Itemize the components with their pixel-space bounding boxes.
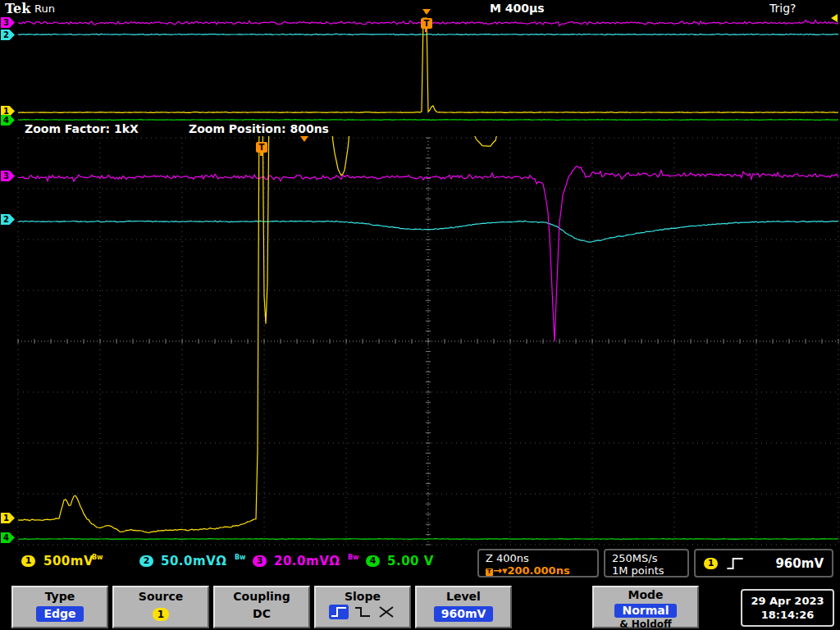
type-value: Edge (36, 606, 83, 622)
trigger-readout-box: 1 960mV (694, 549, 833, 578)
trigger-source-badge: 1 (704, 558, 718, 569)
trigger-level-readout: 960mV (775, 556, 824, 571)
zoom-delay-readout: T→▾200.000ns (479, 564, 597, 577)
ch2-bandwidth-icon: Bw (235, 554, 246, 561)
menu-mode-button[interactable]: Mode Normal & Holdoff (592, 586, 699, 628)
overview-trigger-level-icon[interactable] (831, 14, 838, 22)
ch3-bandwidth-icon: Bw (348, 554, 359, 561)
overview-trigger-position-icon[interactable] (422, 9, 431, 15)
menu-source-button[interactable]: Source 1 (112, 586, 209, 628)
ch1-bandwidth-icon: Bw (92, 554, 103, 561)
trigger-slope-icon (725, 556, 745, 571)
mode-value: Normal (614, 604, 676, 618)
top-status-bar: Tek Run M 400µs Trig? (0, 0, 840, 15)
ch3-scale-readout: 20.0mVΩ (274, 554, 340, 568)
overview-waveform-display (0, 15, 840, 123)
menu-coupling-button[interactable]: Coupling DC (213, 586, 310, 628)
menu-type-button[interactable]: Type Edge (11, 586, 108, 628)
main-zoom-position-icon[interactable] (300, 136, 308, 142)
slope-rising-icon[interactable] (329, 605, 349, 619)
main-trigger-flag-icon[interactable]: T (256, 142, 267, 153)
trigger-menu-bar: Type Edge Source 1 Coupling DC Slope (0, 579, 840, 630)
readout-bar: 1 500mV Bw 2 50.0mVΩ Bw 3 20.0mVΩ Bw 4 5… (0, 546, 840, 579)
source-channel-badge: 1 (153, 608, 169, 621)
ch4-readout-badge: 4 (366, 555, 380, 567)
time-label: 18:14:26 (742, 608, 833, 622)
sample-rate-readout: 250MS/s (605, 552, 687, 564)
ch2-readout-badge: 2 (139, 555, 153, 567)
coupling-value: DC (253, 607, 271, 620)
slope-either-icon[interactable] (377, 605, 396, 619)
date-time-box: 29 Apr 2023 18:14:26 (741, 589, 834, 627)
ch1-readout-badge: 1 (21, 555, 35, 567)
ch2-scale-readout: 50.0mVΩ (161, 554, 227, 568)
acquisition-box: 250MS/s 1M points (604, 549, 689, 578)
zoom-factor-label: Zoom Factor: 1kX (25, 122, 139, 135)
delay-arrow-icon: →▾ (493, 564, 507, 577)
oscilloscope-screen: Tek Run M 400µs Trig? 3 2 1 4 T Zoom Fac… (0, 0, 840, 630)
zoom-position-label: Zoom Position: 800ns (189, 122, 329, 135)
mode-extra-label: & Holdoff (594, 619, 697, 630)
timebase-readout: M 400µs (490, 2, 545, 15)
trigger-status: Trig? (769, 2, 796, 15)
overview-trigger-flag-icon[interactable]: T (421, 18, 432, 29)
ch4-scale-readout: 5.00 V (387, 554, 434, 568)
slope-falling-icon[interactable] (353, 605, 372, 619)
level-value: 960mV (434, 606, 494, 622)
date-label: 29 Apr 2023 (742, 594, 833, 608)
menu-slope-button[interactable]: Slope (314, 586, 411, 628)
zoom-scale-readout: Z 400ns (479, 552, 597, 564)
main-waveform-display (0, 135, 840, 546)
ch1-scale-readout: 500mV (43, 554, 94, 568)
zoom-scale-box: Z 400ns T→▾200.000ns (477, 549, 599, 578)
record-length-readout: 1M points (605, 564, 687, 577)
acquisition-status: Run (34, 2, 55, 15)
ch3-readout-badge: 3 (253, 555, 267, 567)
trigger-flag-mini-icon: T (486, 568, 493, 576)
menu-level-button[interactable]: Level 960mV (415, 586, 512, 628)
